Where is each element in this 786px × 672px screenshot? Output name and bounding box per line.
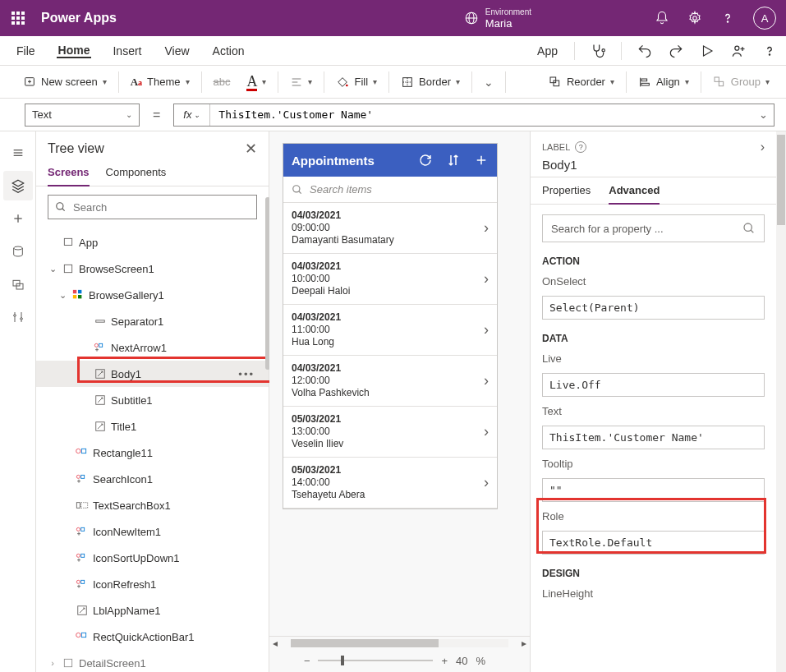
expand-formula-button[interactable]: ⌄ (752, 108, 774, 121)
theme-button[interactable]: Aa Theme ▾ (122, 66, 198, 99)
tab-components[interactable]: Components (106, 166, 167, 186)
info-icon[interactable]: ? (575, 141, 586, 153)
more-formatting-button[interactable]: ⌄ (476, 66, 502, 99)
fill-button[interactable]: Fill ▾ (328, 66, 385, 99)
undo-button[interactable] (637, 43, 653, 59)
scroll-left-arrow[interactable]: ◂ (269, 637, 281, 649)
tree-search[interactable] (48, 195, 257, 219)
property-selector[interactable]: Text ⌄ (25, 104, 140, 127)
tree-item-iconsort[interactable]: IconSortUpDown1 (36, 545, 269, 571)
tree-item-browsescreen[interactable]: ⌄ BrowseScreen1 (36, 255, 269, 282)
strikethrough-button[interactable]: abc (205, 66, 239, 99)
chevron-right-icon[interactable]: › (484, 423, 489, 440)
tree-item-separator[interactable]: Separator1 (36, 308, 269, 334)
tree-item-body1[interactable]: Body1 ••• (36, 361, 269, 387)
menu-action[interactable]: Action (211, 44, 246, 58)
align-text-button[interactable]: ▾ (282, 66, 320, 99)
share-button[interactable] (730, 43, 747, 59)
add-button[interactable] (474, 153, 489, 168)
environment-picker[interactable]: Environment Maria (464, 7, 655, 30)
prop-tooltip-value[interactable]: "" (542, 478, 765, 502)
notifications-button[interactable] (655, 11, 669, 25)
rail-tree-view[interactable] (3, 171, 33, 200)
tree-item-browsegallery[interactable]: ⌄ BrowseGallery1 (36, 282, 269, 308)
rail-tools[interactable] (3, 302, 33, 332)
scrollbar-track[interactable] (291, 639, 508, 647)
prop-onselect-value[interactable]: Select(Parent) (542, 296, 765, 320)
appointment-item[interactable]: 05/03/2021 13:00:00 Veselin Iliev › (283, 407, 497, 458)
font-color-button[interactable]: A ▾ (238, 66, 274, 99)
appointment-item[interactable]: 05/03/2021 14:00:00 Tsehayetu Abera › (283, 458, 497, 509)
menu-home[interactable]: Home (57, 44, 92, 58)
right-scrollbar[interactable] (776, 131, 786, 672)
tree-item-rectangle[interactable]: Rectangle11 (36, 440, 269, 466)
scroll-right-arrow[interactable]: ▸ (518, 637, 530, 649)
formula-input[interactable] (210, 104, 752, 126)
app-checker-button[interactable] (590, 43, 606, 59)
preview-button[interactable] (699, 43, 715, 59)
more-options-button[interactable]: ••• (238, 368, 255, 380)
rail-hamburger[interactable] (3, 138, 33, 168)
menu-insert[interactable]: Insert (111, 44, 143, 58)
sort-button[interactable] (446, 153, 461, 168)
rail-insert[interactable] (3, 204, 33, 233)
prop-live-value[interactable]: Live.Off (542, 373, 765, 397)
tree-item-iconnewitem[interactable]: IconNewItem1 (36, 518, 269, 545)
chevron-right-icon[interactable]: › (484, 474, 489, 491)
tree-item-textsearchbox[interactable]: TextSearchBox1 (36, 492, 269, 518)
fx-button[interactable]: fx⌄ (174, 104, 210, 126)
chevron-right-icon[interactable]: › (484, 321, 489, 338)
app-launcher-button[interactable] (0, 0, 36, 36)
border-button[interactable]: Border ▾ (393, 66, 468, 99)
tree-item-lblappname[interactable]: LblAppName1 (36, 597, 269, 624)
redo-button[interactable] (668, 43, 684, 59)
scrollbar-thumb[interactable] (777, 135, 785, 225)
new-screen-button[interactable]: New screen ▾ (15, 66, 115, 99)
align-button[interactable]: Align ▾ (630, 66, 697, 99)
tree-item-nextarrow[interactable]: NextArrow1 (36, 334, 269, 361)
canvas-h-scrollbar[interactable]: ◂ ▸ (269, 636, 530, 649)
menu-file[interactable]: File (15, 44, 37, 58)
property-search[interactable]: Search for a property ... (542, 214, 765, 242)
refresh-button[interactable] (418, 153, 433, 168)
tree-item-subtitle[interactable]: Subtitle1 (36, 387, 269, 413)
tree-search-input[interactable] (73, 201, 250, 214)
reorder-button[interactable]: Reorder ▾ (540, 66, 623, 99)
canvas-viewport[interactable]: Appointments Search items 04/03/2021 09:… (269, 131, 530, 636)
zoom-handle[interactable] (341, 656, 344, 665)
chevron-right-icon[interactable]: › (484, 219, 489, 237)
tree-item-app[interactable]: App (36, 229, 269, 255)
appointment-item[interactable]: 04/03/2021 11:00:00 Hua Long › (283, 305, 497, 356)
scrollbar-thumb[interactable] (291, 639, 439, 647)
app-search-bar[interactable]: Search items (283, 177, 497, 203)
appointment-item[interactable]: 04/03/2021 10:00:00 Deepali Haloi › (283, 254, 497, 305)
zoom-slider[interactable] (318, 660, 433, 661)
chevron-right-icon[interactable]: › (484, 372, 489, 389)
chevron-right-icon[interactable]: › (484, 270, 489, 288)
group-button[interactable]: Group ▾ (705, 66, 778, 99)
tree-item-searchicon[interactable]: SearchIcon1 (36, 466, 269, 492)
rail-data[interactable] (3, 237, 33, 266)
tree-item-title[interactable]: Title1 (36, 413, 269, 440)
help-button[interactable] (720, 11, 735, 25)
user-avatar[interactable]: A (753, 7, 776, 30)
chevron-right-icon[interactable]: › (761, 140, 765, 154)
close-tree-button[interactable]: ✕ (245, 140, 257, 158)
appointment-item[interactable]: 04/03/2021 12:00:00 Volha Pashkevich › (283, 356, 497, 407)
menu-app[interactable]: App (535, 44, 559, 58)
prop-role-value[interactable]: TextRole.Default (542, 531, 765, 555)
tree-item-iconrefresh[interactable]: IconRefresh1 (36, 571, 269, 597)
tab-advanced[interactable]: Advanced (609, 184, 660, 205)
prop-text-value[interactable]: ThisItem.'Customer Name' (542, 426, 765, 449)
settings-button[interactable] (687, 11, 702, 25)
menu-view[interactable]: View (163, 44, 191, 58)
tree-item-detailscreen[interactable]: › DetailScreen1 (36, 650, 269, 672)
tab-screens[interactable]: Screens (48, 166, 90, 186)
appointment-item[interactable]: 04/03/2021 09:00:00 Damayanti Basumatary… (283, 203, 497, 254)
zoom-out-button[interactable]: − (304, 655, 310, 667)
rail-media[interactable] (3, 269, 33, 299)
help-button-2[interactable] (761, 43, 778, 59)
tab-properties[interactable]: Properties (542, 184, 591, 204)
tree-item-rectquickaction[interactable]: RectQuickActionBar1 (36, 624, 269, 650)
zoom-in-button[interactable]: + (441, 655, 448, 667)
